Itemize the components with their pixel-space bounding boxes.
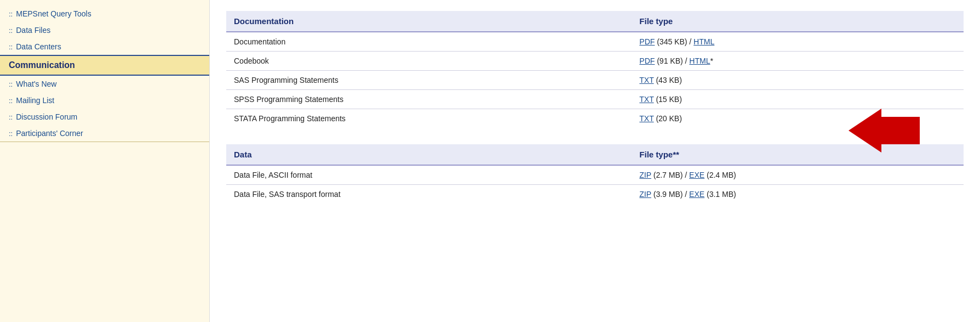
doc-row-label: Documentation xyxy=(226,32,632,52)
codebook-row-label: Codebook xyxy=(226,52,632,71)
sidebar-top-items: :: MEPSnet Query Tools :: Data Files :: … xyxy=(0,5,209,55)
spss-row-files: TXT (15 KB) xyxy=(632,90,964,109)
data-table-header-col1: Data xyxy=(226,144,632,165)
bullet-icon: :: xyxy=(9,10,13,18)
doc-row-files: PDF (345 KB) / HTML xyxy=(632,32,964,52)
codebook-row-files: PDF (91 KB) / HTML* xyxy=(632,52,964,71)
sidebar-item-mepsnet-query-tools[interactable]: :: MEPSnet Query Tools xyxy=(0,5,209,22)
table-row: Data File, SAS transport format ZIP (3.9… xyxy=(226,185,964,204)
spss-txt-link[interactable]: TXT xyxy=(639,95,654,104)
bullet-icon: :: xyxy=(9,80,13,88)
sidebar-section-communication: Communication xyxy=(0,55,209,76)
stata-txt-link[interactable]: TXT xyxy=(639,114,654,123)
ascii-exe-link[interactable]: EXE xyxy=(689,171,704,179)
sas-transport-exe-link[interactable]: EXE xyxy=(689,190,704,199)
sas-transport-row-label: Data File, SAS transport format xyxy=(226,185,632,204)
main-content: Documentation File type Documentation PD… xyxy=(210,0,980,322)
sas-transport-row-files: ZIP (3.9 MB) / EXE (3.1 MB) xyxy=(632,185,964,204)
ascii-row-label: Data File, ASCII format xyxy=(226,165,632,185)
sidebar-item-whats-new[interactable]: :: What's New xyxy=(0,76,209,92)
sas-row-label: SAS Programming Statements xyxy=(226,71,632,90)
bullet-icon: :: xyxy=(9,43,13,51)
bullet-icon: :: xyxy=(9,97,13,105)
bullet-icon: :: xyxy=(9,113,13,121)
doc-table-header-col2: File type xyxy=(632,11,964,32)
table-row: Documentation PDF (345 KB) / HTML xyxy=(226,32,964,52)
sidebar-item-participants-corner[interactable]: :: Participants' Corner xyxy=(0,125,209,142)
sidebar-item-label: Participants' Corner xyxy=(16,129,83,138)
sidebar: :: MEPSnet Query Tools :: Data Files :: … xyxy=(0,0,210,322)
sidebar-item-data-centers[interactable]: :: Data Centers xyxy=(0,38,209,55)
sidebar-item-label: Data Files xyxy=(16,26,50,35)
table-row: Data File, ASCII format ZIP (2.7 MB) / E… xyxy=(226,165,964,185)
sas-row-files: TXT (43 KB) xyxy=(632,71,964,90)
sidebar-item-label: MEPSnet Query Tools xyxy=(16,9,91,18)
table-row: Codebook PDF (91 KB) / HTML* xyxy=(226,52,964,71)
sidebar-item-label: Discussion Forum xyxy=(16,112,77,121)
ascii-zip-link[interactable]: ZIP xyxy=(639,171,651,179)
sas-transport-zip-link[interactable]: ZIP xyxy=(639,190,651,199)
ascii-row-files: ZIP (2.7 MB) / EXE (2.4 MB) xyxy=(632,165,964,185)
spss-row-label: SPSS Programming Statements xyxy=(226,90,632,109)
codebook-pdf-link[interactable]: PDF xyxy=(639,57,655,65)
stata-row-label: STATA Programming Statements xyxy=(226,109,632,128)
sas-txt-link[interactable]: TXT xyxy=(639,76,654,84)
table-row: SPSS Programming Statements TXT (15 KB) xyxy=(226,90,964,109)
codebook-html-link[interactable]: HTML xyxy=(689,57,710,65)
sidebar-item-mailing-list[interactable]: :: Mailing List xyxy=(0,92,209,109)
bullet-icon: :: xyxy=(9,129,13,138)
sidebar-item-discussion-forum[interactable]: :: Discussion Forum xyxy=(0,109,209,125)
sidebar-item-label: Mailing List xyxy=(16,96,54,105)
sidebar-comm-items: :: What's New :: Mailing List :: Discuss… xyxy=(0,76,209,142)
doc-pdf-link[interactable]: PDF xyxy=(639,37,655,46)
doc-html-link[interactable]: HTML xyxy=(694,37,714,46)
table-row: SAS Programming Statements TXT (43 KB) xyxy=(226,71,964,90)
red-arrow-icon xyxy=(849,109,920,154)
sidebar-section-header-label: Communication xyxy=(9,60,75,70)
svg-marker-0 xyxy=(849,109,920,152)
sidebar-item-label: Data Centers xyxy=(16,42,61,51)
doc-table-header-col1: Documentation xyxy=(226,11,632,32)
sidebar-item-data-files[interactable]: :: Data Files xyxy=(0,22,209,38)
sidebar-item-label: What's New xyxy=(16,80,56,88)
bullet-icon: :: xyxy=(9,26,13,35)
